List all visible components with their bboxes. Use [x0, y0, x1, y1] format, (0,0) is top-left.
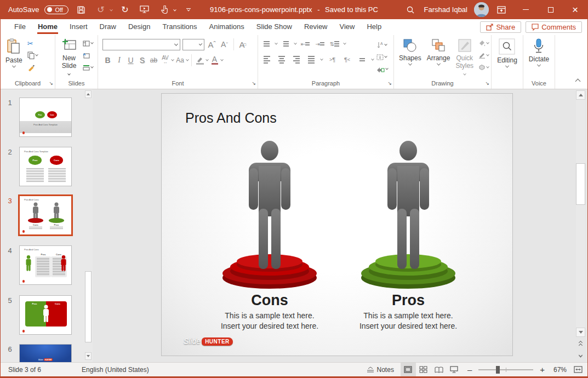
pros-figure-green-podium[interactable]	[360, 139, 456, 292]
cons-heading[interactable]: Cons	[221, 292, 318, 309]
zoom-slider[interactable]	[478, 369, 533, 370]
font-dialog-launcher[interactable]: ↘	[252, 79, 256, 88]
zoom-out-button[interactable]: –	[462, 365, 474, 374]
tab-transitions[interactable]: Transitions	[156, 20, 203, 34]
previous-slide-button[interactable]	[576, 339, 585, 349]
zoom-in-button[interactable]: +	[538, 365, 548, 374]
slide-sorter-view-button[interactable]	[416, 363, 431, 376]
start-slideshow-button[interactable]	[138, 3, 152, 17]
tab-draw[interactable]: Draw	[94, 20, 122, 34]
tab-view[interactable]: View	[334, 20, 361, 34]
shapes-button[interactable]: Shapes	[396, 37, 424, 79]
drawing-dialog-launcher[interactable]: ↘	[485, 79, 489, 88]
font-name-input[interactable]	[103, 39, 175, 50]
align-right-button[interactable]	[291, 54, 301, 65]
format-painter-button[interactable]	[26, 62, 39, 72]
tab-file[interactable]: File	[8, 20, 32, 34]
paste-button[interactable]: Paste	[3, 37, 25, 79]
tab-review[interactable]: Review	[298, 20, 334, 34]
next-slide-button[interactable]	[576, 351, 585, 361]
section-button[interactable]	[82, 62, 94, 72]
scrollbar-thumb[interactable]	[576, 163, 585, 205]
align-left-button[interactable]	[261, 54, 272, 65]
notes-button[interactable]: Notes	[360, 366, 401, 374]
italic-button[interactable]: I	[114, 55, 124, 66]
font-color-button[interactable]: A	[209, 55, 220, 66]
tab-home[interactable]: Home	[32, 20, 64, 34]
maximize-button[interactable]	[538, 0, 563, 19]
shrink-font-button[interactable]: Aˇ	[219, 39, 230, 50]
tab-slide-show[interactable]: Slide Show	[250, 20, 298, 34]
underline-button[interactable]: U	[125, 55, 136, 66]
clear-formatting-button[interactable]: A◇	[238, 39, 248, 50]
user-name[interactable]: Farshad Iqbal	[424, 5, 468, 14]
slide-indicator[interactable]: Slide 3 of 6	[1, 366, 48, 374]
slide-thumbnail-2[interactable]: Pros And Cons Template Pros Cons	[19, 147, 72, 186]
strikethrough-button[interactable]: ab	[149, 55, 159, 66]
cons-figure-red-podium[interactable]	[221, 139, 318, 292]
reading-view-button[interactable]	[431, 363, 447, 376]
clipboard-dialog-launcher[interactable]: ↘	[49, 79, 53, 88]
convert-to-smartart-button[interactable]	[375, 64, 389, 74]
scroll-down-button[interactable]	[85, 352, 92, 360]
ltr-button[interactable]: >¶	[327, 54, 338, 65]
text-shadow-button[interactable]: S	[137, 55, 147, 66]
ribbon-display-options-button[interactable]	[489, 0, 513, 19]
grow-font-button[interactable]: Aˆ	[207, 39, 217, 50]
columns-button[interactable]	[357, 54, 367, 65]
editing-button[interactable]: Editing	[494, 37, 520, 79]
zoom-slider-thumb[interactable]	[496, 366, 500, 374]
text-highlight-button[interactable]	[195, 55, 205, 66]
cut-button[interactable]: ✂	[26, 38, 39, 48]
decrease-indent-button[interactable]: ⇤	[300, 38, 311, 49]
slide-show-view-button[interactable]	[447, 363, 462, 376]
pros-heading[interactable]: Pros	[360, 292, 456, 309]
increase-indent-button[interactable]: ⇥	[314, 38, 325, 49]
align-center-button[interactable]	[276, 54, 287, 65]
scrollbar-thumb[interactable]	[85, 271, 92, 342]
slide-canvas[interactable]: Pros And Cons	[161, 93, 513, 356]
slide-thumbnail-3-selected[interactable]: Pros And Cons Cons Pros	[19, 196, 72, 235]
shape-outline-button[interactable]	[477, 50, 490, 60]
slide-thumbnail-5[interactable]: Pros Cons	[19, 295, 72, 335]
main-scrollbar[interactable]	[576, 90, 585, 337]
text-direction-button[interactable]: A	[375, 40, 389, 50]
collapse-ribbon-button[interactable]	[576, 76, 580, 85]
character-spacing-button[interactable]: AV↔	[160, 55, 170, 66]
slide-title[interactable]: Pros And Cons	[185, 110, 277, 126]
new-slide-button[interactable]: New Slide	[58, 37, 81, 79]
arrange-button[interactable]: Arrange	[424, 37, 453, 79]
undo-dropdown[interactable]	[110, 7, 112, 13]
slide-thumbnail-4[interactable]: Pros And Cons Pros Cons	[19, 245, 72, 285]
undo-button[interactable]: ↺	[94, 3, 108, 17]
slide-layout-button[interactable]	[82, 38, 94, 48]
avatar[interactable]	[474, 2, 489, 17]
quick-styles-button[interactable]: QuickStyles	[453, 37, 476, 79]
scroll-down-button[interactable]	[576, 328, 585, 337]
bullets-button[interactable]	[261, 38, 272, 49]
slide-thumbnail-1[interactable]: Pros Cons Pros And Cons Template	[19, 98, 72, 137]
language-indicator[interactable]: English (United States)	[75, 366, 156, 374]
font-size-input[interactable]	[183, 39, 199, 50]
autosave-toggle[interactable]: Off	[44, 5, 68, 14]
close-button[interactable]: ×	[563, 0, 587, 19]
minimize-button[interactable]	[513, 0, 538, 19]
align-text-button[interactable]	[375, 52, 389, 62]
reset-slide-button[interactable]	[82, 50, 94, 60]
save-button[interactable]	[74, 3, 88, 17]
share-button[interactable]: Share	[480, 21, 521, 33]
slide-thumbnail-6[interactable]: Slide HUNTER	[19, 344, 72, 362]
thumbnail-scrollbar[interactable]	[85, 90, 92, 360]
cons-sample-text[interactable]: This is a sample text here. Insert your …	[204, 311, 335, 331]
numbering-button[interactable]	[281, 38, 291, 49]
scroll-up-button[interactable]	[576, 90, 585, 100]
copy-button[interactable]	[26, 50, 39, 60]
scroll-up-button[interactable]	[85, 90, 92, 98]
justify-button[interactable]	[306, 54, 316, 65]
line-spacing-button[interactable]: ⇅	[329, 38, 340, 49]
fit-slide-to-window-button[interactable]	[569, 363, 587, 376]
rtl-button[interactable]: ¶<	[342, 54, 352, 65]
comments-button[interactable]: Comments	[526, 21, 582, 33]
customize-quick-access-button[interactable]	[181, 3, 196, 17]
shape-effects-button[interactable]	[477, 62, 490, 72]
